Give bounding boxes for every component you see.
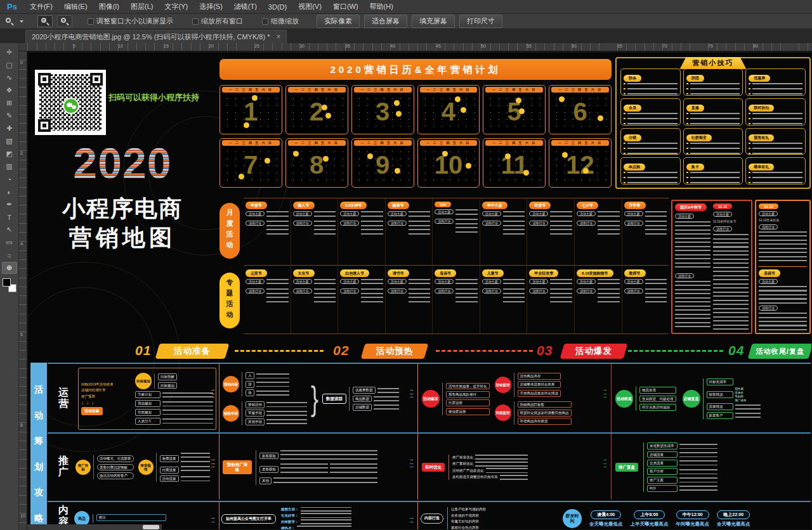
menu-image[interactable]: 图像(I) [93,2,125,11]
scrollbar-thumb[interactable] [143,525,159,529]
placeholder-text [598,288,620,304]
menu-layer[interactable]: 图层(L) [125,2,159,11]
fit-screen-button[interactable]: 适合屏幕 [364,15,407,28]
close-tab-icon[interactable]: × [276,32,280,41]
lasso-tool[interactable]: ∿ [2,72,17,84]
mindmap-node: 预热推广策略 [223,460,252,474]
menu-3d[interactable]: 3D(D) [263,3,292,11]
resize-windows-checkbox[interactable]: 调整窗口大小以满屏显示 [88,16,173,26]
menu-filter[interactable]: 滤镜(T) [228,2,263,11]
placeholder-text [181,453,210,465]
placeholder-text [301,519,351,524]
mindmap-leaf: 新客获取 [259,453,278,460]
zoom-in-button[interactable]: + [37,15,53,27]
healing-brush-tool[interactable]: ✚ [2,122,17,134]
move-tool[interactable]: ✛ [2,46,17,58]
brush-tool[interactable]: ▧ [2,135,17,147]
poster-image[interactable]: 扫码可以获得小程序扶持 2020 小程序电商 营销地图 2020营销日历&全年营… [28,53,811,529]
quick-selection-tool[interactable]: ❖ [2,84,17,96]
zoom-all-windows-checkbox[interactable]: 缩放所有窗口 [192,16,243,26]
mindmap-subleaf: 销售额 [735,387,747,391]
poster-title-line1: 小程序电商 [33,193,212,224]
canvas-area[interactable]: 扫码可以获得小程序扶持 2020 小程序电商 营销地图 2020营销日历&全年营… [27,51,812,530]
fill-screen-button[interactable]: 填充屏幕 [412,15,455,28]
broadcast-time: 晚上22:00全天曝光最高点 [717,510,750,527]
qr-code [35,70,106,135]
placeholder-text [550,211,572,219]
placeholder-text [314,221,336,236]
placeholder-text [475,462,528,467]
mindmap-node: 店铺复盘 [683,390,700,408]
ruler-mark: 5 [73,44,75,48]
phase-number: 04 [728,343,744,358]
promo-review-cell: 推广复盘 渠道数据完成率 店铺流量 会员流量 客户分析 推广文案 ROI [614,437,809,498]
tool-preset-caret-icon[interactable] [20,20,23,23]
document-tab[interactable]: 2020小程序电商营销地图.jpg @ 12.5% (扫码可以获得小程序扶持, … [25,30,287,43]
history-brush-tool[interactable]: ▥ [2,160,17,172]
zoom-tool[interactable]: ⊕ [2,262,17,274]
clone-stamp-tool[interactable]: ◩ [2,148,17,160]
print-size-button[interactable]: 打印尺寸 [459,15,502,28]
ruler-mark: 0 [20,60,23,65]
color-swatches[interactable] [3,278,16,292]
ruler-mark: 60 [572,44,577,48]
festival-column: 儿童节活动主题适用行业 [480,266,528,333]
placeholder-text [256,373,289,378]
path-selection-tool[interactable]: ↖ [2,224,17,236]
eyedropper-tool[interactable]: ✎ [2,110,17,122]
crop-tool[interactable]: ⊞ [2,97,17,109]
type-tool[interactable]: T [2,211,17,223]
eraser-tool[interactable]: ◔ [2,173,17,185]
actual-pixels-button[interactable]: 实际像素 [317,15,360,28]
tip-box: 秒杀 [620,68,681,96]
menu-type[interactable]: 文字(Y) [159,2,193,11]
qr-caption: 扫码可以获得小程序扶持 [108,92,223,103]
mindmap-leaf: 商品数据 [353,396,372,403]
marquee-tool[interactable]: ▢ [2,59,17,71]
placeholder-text [374,404,399,410]
mindmap-leaf: 目标拆解 [158,373,177,380]
menu-view[interactable]: 视图(V) [292,2,327,11]
zoom-tool-icon[interactable] [5,17,14,26]
horizontal-scrollbar[interactable] [27,524,162,530]
mindmap-node: 推广复盘 [615,463,638,472]
phase-number: 02 [333,343,349,358]
mindmap-node: 活动爆发 [422,390,440,408]
festival-column: 3.8女神节活动主题适用行业 [338,198,386,265]
shape-tool[interactable]: ▭ [2,236,17,249]
tip-box: 限时折扣 [745,98,806,126]
menu-window[interactable]: 窗口(W) [327,2,364,11]
festival-column: 踏青节活动主题适用行业 [386,198,433,265]
placeholder-text [361,221,383,236]
calendar-month-card: 一 二 三 四 五 六 日10 [417,138,480,188]
national-day-1111-box: 国庆&中秋节活动主题适用行业 11.11活动主题11.11剁手狂欢节适用行业 [671,200,752,334]
calendar-month-card: 一 二 三 四 五 六 日11 [483,138,546,188]
phase-number: 03 [537,343,553,358]
placeholder-text [266,411,307,416]
festival-column: 情人节活动主题适用行业 [291,198,339,265]
scrubby-zoom-checkbox[interactable]: 细微缩放 [262,16,299,26]
ruler-mark: 45 [436,44,441,48]
resize-windows-label: 调整窗口大小以满屏显示 [96,16,173,26]
zoom-out-button[interactable]: − [57,15,72,27]
calendar-month-card: 一 二 三 四 五 六 日4 [417,85,480,134]
placeholder-text [679,469,717,474]
placeholder-text [455,219,478,235]
mindmap-node: 预热手段 [223,405,239,422]
mindmap-leaf: 营销活动 [246,401,265,408]
placeholder-text [409,221,431,236]
scrubby-zoom-label: 细微缩放 [271,16,299,26]
menu-select[interactable]: 选择(S) [193,2,228,11]
monthly-activities-row: 年货节活动主题适用行业 情人节活动主题适用行业 3.8女神节活动主题适用行业 踏… [244,198,669,266]
placeholder-text [675,281,710,330]
mindmap-leaf: 客户分析 [647,468,678,475]
gradient-tool[interactable]: ◐ [2,186,17,198]
menu-help[interactable]: 帮助(H) [364,2,399,11]
mindmap-leaf: 新老客户 [707,412,733,419]
hand-tool[interactable]: ○ [2,249,17,261]
bullet-lead: 题图互动： [281,507,299,512]
pen-tool[interactable]: ✒ [2,198,17,210]
menu-file[interactable]: 文件(F) [24,2,58,11]
menu-edit[interactable]: 编辑(E) [58,2,93,11]
placeholder-text [377,388,399,393]
